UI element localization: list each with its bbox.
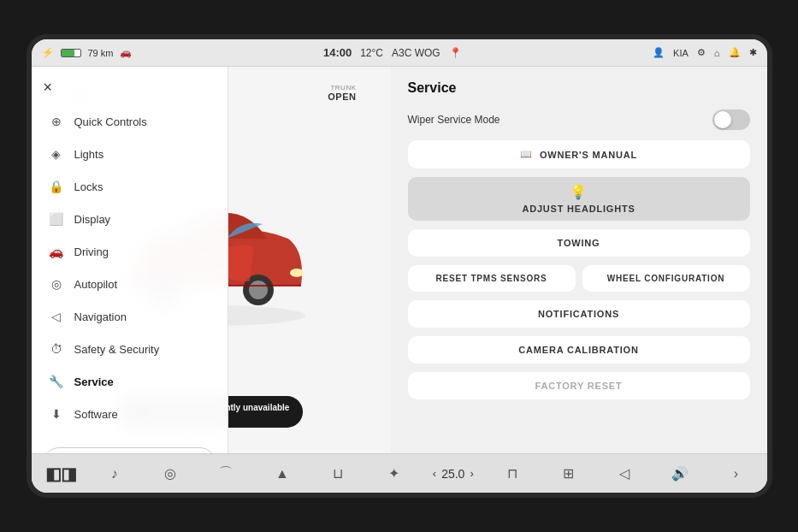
car-status-icon: 🚗 — [120, 47, 132, 58]
menu-item-locks[interactable]: 🔒 Locks — [32, 170, 228, 203]
tpms-wheel-row: RESET TPMS SENSORS WHEEL CONFIGURATION — [408, 265, 750, 292]
battery-bar — [61, 49, 81, 57]
quick-controls-label: Quick Controls — [74, 115, 147, 128]
svg-point-6 — [290, 269, 304, 277]
menu-item-autopilot[interactable]: ◎ Autopilot — [32, 268, 228, 300]
menu-item-lights[interactable]: ◈ Lights — [32, 138, 228, 170]
menu-item-safety[interactable]: ⏱ Safety & Security — [32, 333, 228, 365]
menu-overlay: × ⊕ Quick Controls ◈ Lights 🔒 Locks ⬜ Di… — [32, 67, 228, 453]
wiper-service-label: Wiper Service Mode — [408, 114, 500, 126]
factory-reset-label: FACTORY RESET — [535, 381, 623, 391]
headlights-icon: 💡 — [570, 184, 588, 200]
camera-calibration-label: CAMERA CALIBRATION — [518, 345, 638, 355]
wheel-config-button[interactable]: WHEEL CONFIGURATION — [582, 265, 750, 292]
owners-manual-button[interactable]: 📖 OWNER'S MANUAL — [408, 140, 750, 168]
home-icon: ⌂ — [714, 48, 720, 58]
bottom-bar: ◧◨ ♪ ◎ ⌒ ▲ ⊔ ✦ ‹ 25.0 › ⊓ ⊞ — [32, 453, 767, 493]
adjust-headlights-label: ADJUST HEADLIGHTS — [522, 204, 635, 214]
notifications-label: NOTIFICATIONS — [538, 309, 619, 319]
temp-control[interactable]: ‹ 25.0 › — [433, 467, 474, 481]
quick-controls-icon: ⊕ — [49, 114, 64, 129]
main-content: FRONT OPEN TRUNK OPEN — [32, 67, 767, 453]
wifi-network: A3C WOG — [392, 47, 440, 59]
locks-icon: 🔒 — [49, 179, 64, 194]
book-icon: 📖 — [520, 149, 533, 160]
seat-heat-button[interactable]: ⊓ — [495, 458, 529, 489]
close-button[interactable]: × — [32, 74, 65, 105]
glovebox-button[interactable]: 🖥 GLOVEBOX — [44, 447, 216, 453]
trunk-label: TRUNK OPEN — [328, 84, 356, 102]
status-right: 👤 KIA ⚙ ⌂ 🔔 ✱ — [653, 47, 756, 58]
clock: 14:00 — [323, 46, 352, 59]
svg-point-4 — [249, 281, 268, 299]
service-label: Service — [74, 375, 114, 388]
camera-calibration-button[interactable]: CAMERA CALIBRATION — [408, 336, 750, 364]
lightning-icon: ⚡ — [42, 47, 54, 58]
temp-right-arrow[interactable]: › — [470, 467, 473, 480]
volume-icon-button[interactable]: 🔊 — [663, 458, 697, 489]
fan-icon: ✦ — [388, 465, 399, 482]
temp-left-arrow[interactable]: ‹ — [433, 467, 436, 480]
music-note-button[interactable]: ♪ — [98, 458, 132, 489]
menu-item-software[interactable]: ⬇ Software — [32, 398, 228, 430]
seat-heat-icon: ⊓ — [507, 465, 517, 482]
music-icon: ♪ — [111, 466, 118, 482]
software-icon: ⬇ — [49, 406, 64, 422]
trunk-label-text: TRUNK — [330, 84, 356, 92]
menu-item-quick-controls[interactable]: ⊕ Quick Controls — [32, 105, 228, 138]
rear-defrost-button[interactable]: ⊞ — [551, 458, 585, 489]
software-label: Software — [74, 408, 118, 421]
display-icon: ⬜ — [49, 211, 64, 227]
battery-km: 79 km — [88, 48, 114, 58]
menu-item-display[interactable]: ⬜ Display — [32, 203, 228, 235]
temp-value: 25.0 — [441, 467, 464, 481]
service-icon: 🔧 — [49, 374, 64, 389]
wiper-service-toggle[interactable] — [712, 109, 750, 130]
settings-icon: ⚙ — [697, 47, 706, 58]
location-pin-icon: 📍 — [449, 47, 462, 59]
temperature: 12°C — [360, 47, 383, 59]
logo-text: ◧◨ — [45, 464, 76, 484]
towing-button[interactable]: TOWING — [408, 229, 750, 257]
factory-reset-button[interactable]: FACTORY RESET — [408, 372, 750, 399]
service-panel-title: Service — [408, 80, 750, 96]
wiper-button[interactable]: ⌒ — [209, 458, 243, 489]
lights-label: Lights — [74, 148, 104, 161]
reset-tpms-button[interactable]: RESET TPMS SENSORS — [408, 265, 576, 292]
bell-icon: 🔔 — [729, 47, 741, 58]
user-label: KIA — [673, 48, 689, 58]
notifications-button[interactable]: NOTIFICATIONS — [408, 300, 750, 328]
service-panel: Service Wiper Service Mode 📖 OWNER'S MAN… — [391, 67, 767, 453]
arrow-up-icon: ▲ — [275, 466, 289, 482]
safety-label: Safety & Security — [74, 343, 160, 356]
status-bar: ⚡ 79 km 🚗 14:00 12°C A3C WOG 📍 👤 KIA ⚙ ⌂… — [32, 39, 767, 67]
status-center: 14:00 12°C A3C WOG 📍 — [323, 46, 462, 59]
menu-item-driving[interactable]: 🚗 Driving — [32, 235, 228, 268]
car-panel: FRONT OPEN TRUNK OPEN — [32, 67, 391, 453]
chevron-right-button[interactable]: › — [718, 458, 753, 489]
safety-icon: ⏱ — [49, 341, 64, 357]
seat-button[interactable]: ⊔ — [321, 458, 355, 489]
bluetooth-icon: ✱ — [749, 47, 757, 58]
status-left: ⚡ 79 km 🚗 — [42, 47, 133, 58]
seat-icon: ⊔ — [333, 465, 343, 482]
driving-icon: 🚗 — [49, 244, 64, 259]
battery-indicator — [61, 49, 81, 57]
display-label: Display — [74, 213, 111, 226]
tesla-screen: ⚡ 79 km 🚗 14:00 12°C A3C WOG 📍 👤 KIA ⚙ ⌂… — [32, 39, 767, 493]
owners-manual-label: OWNER'S MANUAL — [540, 150, 637, 160]
reset-tpms-label: RESET TPMS SENSORS — [436, 274, 547, 283]
menu-item-navigation[interactable]: ◁ Navigation — [32, 300, 228, 333]
arrow-button[interactable]: ▲ — [265, 458, 299, 489]
person-icon: 👤 — [653, 47, 665, 58]
rear-defrost-icon: ⊞ — [563, 465, 574, 482]
volume-down-button[interactable]: ◁ — [607, 458, 641, 489]
fan-button[interactable]: ✦ — [376, 458, 411, 489]
autopilot-label: Autopilot — [74, 278, 118, 291]
menu-item-service[interactable]: 🔧 Service — [32, 365, 228, 398]
media-button[interactable]: ◎ — [153, 458, 187, 489]
lights-icon: ◈ — [49, 146, 64, 162]
battery-fill — [62, 50, 74, 56]
volume-down-icon: ◁ — [619, 465, 630, 482]
adjust-headlights-button[interactable]: 💡 ADJUST HEADLIGHTS — [408, 177, 750, 221]
